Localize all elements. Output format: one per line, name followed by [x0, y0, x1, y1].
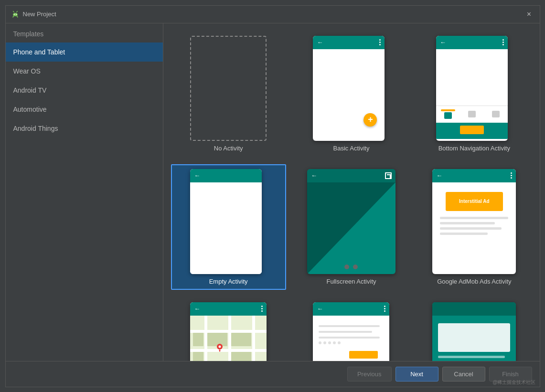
empty-body	[190, 182, 262, 274]
back-arrow-icon: ←	[436, 172, 442, 179]
sidebar-item-automotive[interactable]: Automotive	[6, 100, 163, 119]
bottom-nav-preview: ←	[436, 36, 513, 141]
back-arrow-icon: ←	[311, 172, 317, 179]
overflow-icon	[384, 306, 385, 312]
new-project-dialog: New Project × Templates Phone and Tablet…	[5, 5, 540, 387]
admob-activity-label: Google AdMob Ads Activity	[437, 278, 511, 285]
login-preview-wrap: ←	[313, 302, 389, 361]
title-bar-left: New Project	[11, 11, 56, 18]
next-button[interactable]: Next	[395, 367, 438, 381]
admob-toolbar-inner: ←	[432, 169, 516, 182]
back-arrow-icon: ←	[194, 305, 200, 312]
close-button[interactable]: ×	[524, 10, 534, 19]
nav-drawer-toolbar	[432, 302, 516, 316]
expand-icon	[385, 172, 392, 179]
template-bottom-nav-activity[interactable]: ←	[417, 31, 532, 157]
template-no-activity[interactable]: No Activity	[171, 31, 286, 157]
fullscreen-body	[307, 182, 395, 274]
template-map-activity[interactable]: ←	[171, 297, 286, 361]
nav-drawer-preview-wrap	[432, 302, 516, 361]
back-arrow-icon: ←	[440, 39, 446, 46]
no-activity-label: No Activity	[214, 145, 243, 152]
fab-button: +	[363, 113, 377, 127]
back-arrow-icon: ←	[317, 39, 323, 46]
admob-ad-text: Interstitial Ad	[459, 199, 490, 204]
fullscreen-mockup: ←	[307, 169, 395, 274]
nav-item-2	[460, 111, 484, 117]
admob-toolbar: ←	[432, 169, 516, 182]
empty-activity-label: Empty Activity	[209, 278, 248, 285]
map-pin-icon	[216, 343, 223, 352]
empty-phone-mockup: ←	[190, 169, 262, 274]
basic-phone-mockup: ← +	[313, 36, 385, 141]
bottom-nav-activity-label: Bottom Navigation Activity	[438, 145, 510, 152]
teal-bar-highlight	[460, 126, 484, 134]
template-basic-activity[interactable]: ← + Basic Activity	[294, 31, 409, 157]
watermark: @稀土掘金技术社区	[492, 379, 535, 386]
basic-activity-preview: ← +	[313, 36, 389, 141]
admob-content-lines	[432, 211, 516, 244]
empty-activity-preview: ←	[190, 169, 267, 274]
fullscreen-toolbar: ←	[307, 169, 395, 182]
previous-button[interactable]: Previous	[347, 367, 392, 381]
login-button-area	[313, 348, 389, 359]
expand-icons	[385, 172, 392, 179]
sidebar-item-android-tv[interactable]: Android TV	[6, 81, 163, 100]
svg-marker-3	[307, 182, 395, 274]
cancel-button[interactable]: Cancel	[442, 367, 485, 381]
template-fullscreen-activity[interactable]: ←	[294, 164, 409, 290]
admob-preview-wrap: ← Interstitial Ad	[432, 169, 516, 274]
sidebar: Templates Phone and Tablet Wear OS Andro…	[6, 23, 163, 361]
overflow-icon	[502, 39, 504, 45]
sidebar-item-phone-tablet[interactable]: Phone and Tablet	[6, 42, 163, 62]
basic-toolbar: ←	[313, 36, 385, 49]
svg-point-1	[14, 14, 15, 15]
basic-activity-label: Basic Activity	[333, 145, 370, 152]
sidebar-item-android-things[interactable]: Android Things	[6, 119, 163, 138]
nav-drawer-header	[438, 323, 510, 352]
overflow-icon	[379, 39, 381, 45]
template-empty-activity[interactable]: ← Empty Activity	[171, 164, 286, 290]
dialog-content: Templates Phone and Tablet Wear OS Andro…	[6, 23, 540, 361]
map-preview-wrap: ←	[190, 302, 267, 361]
bottom-navigation-bar	[436, 106, 508, 123]
fullscreen-dots	[344, 265, 358, 269]
svg-rect-0	[13, 13, 18, 16]
no-activity-preview	[190, 36, 267, 141]
overflow-icon	[261, 306, 263, 312]
fullscreen-preview: ←	[307, 169, 395, 274]
bottom-nav-toolbar: ←	[436, 36, 508, 49]
template-grid: No Activity ←	[163, 23, 540, 361]
map-area	[190, 316, 267, 361]
admob-mockup: ← Interstitial Ad	[432, 169, 516, 274]
nav-item-3	[484, 111, 508, 117]
login-password-dots	[319, 341, 384, 344]
sidebar-item-wear-os[interactable]: Wear OS	[6, 62, 163, 81]
sidebar-header: Templates	[6, 23, 163, 42]
overflow-icon	[511, 172, 512, 179]
login-mockup: ←	[313, 302, 389, 361]
admob-ad-banner: Interstitial Ad	[446, 192, 503, 211]
template-nav-drawer-activity[interactable]: Navigation Drawer Activity	[417, 297, 532, 361]
template-login-activity[interactable]: ←	[294, 297, 409, 361]
back-arrow-icon: ←	[317, 305, 323, 312]
diagonal-svg	[307, 182, 395, 274]
map-toolbar: ←	[190, 302, 267, 316]
no-activity-dashed	[190, 36, 267, 141]
login-button-preview	[349, 351, 378, 359]
login-toolbar: ←	[313, 302, 389, 316]
title-bar: New Project ×	[6, 6, 540, 23]
bottom-nav-body	[436, 49, 508, 123]
map-mockup: ←	[190, 302, 267, 361]
svg-point-2	[16, 14, 17, 15]
nav-item-1	[436, 109, 460, 119]
bottom-nav-mockup: ←	[436, 36, 508, 141]
empty-toolbar: ←	[190, 169, 262, 182]
dialog-title: New Project	[23, 11, 56, 18]
dialog-footer: Previous Next Cancel Finish	[6, 361, 540, 387]
bottom-teal-bar	[436, 123, 508, 139]
template-admob-activity[interactable]: ← Interstitial Ad	[417, 164, 532, 290]
android-icon	[11, 11, 19, 18]
fullscreen-activity-label: Fullscreen Activity	[326, 278, 376, 285]
svg-point-5	[219, 345, 221, 348]
